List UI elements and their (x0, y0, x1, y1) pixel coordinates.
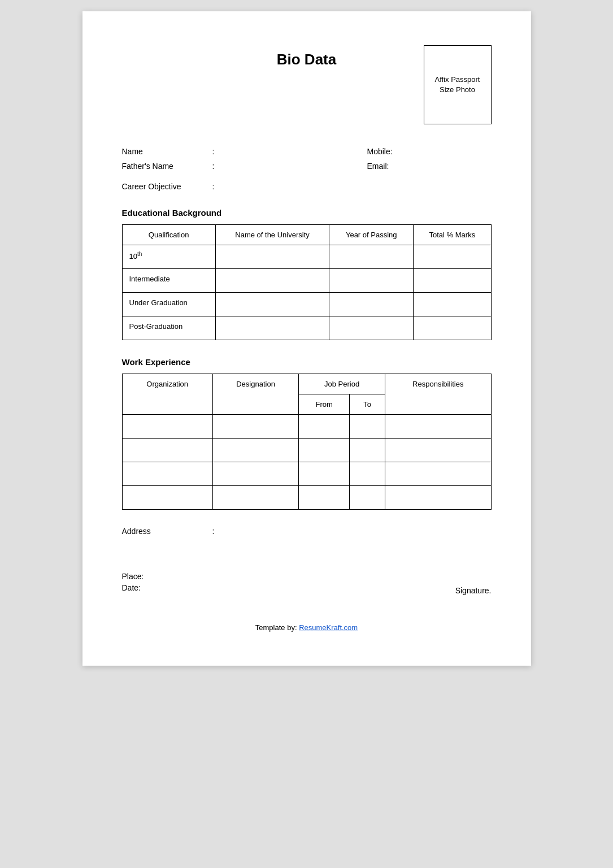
bio-data-page: Bio Data Affix Passport Size Photo Name … (82, 11, 531, 666)
work-col-job-period: Job Period (299, 374, 385, 394)
work-cell (122, 462, 212, 486)
name-mobile-row: Name : Mobile: (122, 147, 492, 156)
title-area: Bio Data (190, 45, 424, 68)
work-cell (299, 486, 350, 510)
edu-col-year: Year of Passing (329, 225, 414, 245)
edu-cell (414, 245, 491, 269)
fathers-email-row: Father's Name : Email: (122, 162, 492, 171)
edu-col-marks: Total % Marks (414, 225, 491, 245)
photo-box-text: Affix Passport Size Photo (429, 75, 486, 95)
edu-col-university: Name of the University (215, 225, 329, 245)
page-title: Bio Data (190, 51, 424, 68)
table-row (122, 439, 491, 462)
edu-cell (215, 316, 329, 340)
edu-row-postgrad: Post-Graduation (122, 316, 215, 340)
table-row (122, 486, 491, 510)
work-cell (299, 439, 350, 462)
edu-row-undergrad: Under Graduation (122, 293, 215, 316)
address-section: Address : (122, 527, 492, 555)
work-col-org: Organization (122, 374, 212, 415)
edu-cell (215, 245, 329, 269)
footer-text: Template by: (255, 623, 299, 632)
edu-cell (329, 269, 414, 293)
work-cell (350, 439, 385, 462)
place-date-area: Place: Date: (122, 572, 492, 594)
edu-cell (414, 316, 491, 340)
name-colon: : (212, 147, 224, 156)
work-title: Work Experience (122, 357, 492, 367)
fathers-name-field: Father's Name : (122, 162, 367, 171)
edu-row-10th: 10th (122, 245, 215, 269)
table-row (122, 462, 491, 486)
edu-cell (329, 316, 414, 340)
date-label: Date: (122, 583, 492, 592)
table-row: Post-Graduation (122, 316, 491, 340)
work-cell (299, 462, 350, 486)
work-cell (122, 415, 212, 439)
address-value (224, 527, 492, 555)
edu-cell (414, 269, 491, 293)
fathers-name-colon: : (212, 162, 224, 171)
work-cell (212, 486, 298, 510)
mobile-label: Mobile: (367, 147, 393, 156)
work-cell (385, 486, 491, 510)
work-cell (212, 439, 298, 462)
signature-label: Signature. (455, 586, 492, 595)
education-section: Educational Background Qualification Nam… (122, 208, 492, 340)
personal-info-section: Name : Mobile: Father's Name : Email: (122, 147, 492, 171)
address-colon: : (212, 527, 224, 536)
bottom-section: Place: Date: Signature. (122, 572, 492, 595)
photo-box: Affix Passport Size Photo (424, 45, 492, 124)
edu-row-intermediate: Intermediate (122, 269, 215, 293)
work-col-responsibilities: Responsibilities (385, 374, 491, 415)
work-cell (212, 462, 298, 486)
place-label: Place: (122, 572, 492, 581)
email-field: Email: (367, 162, 492, 171)
address-label: Address (122, 527, 212, 536)
work-cell (122, 439, 212, 462)
edu-cell (329, 293, 414, 316)
work-cell (212, 415, 298, 439)
header: Bio Data Affix Passport Size Photo (122, 45, 492, 124)
work-col-from: From (299, 394, 350, 415)
work-section: Work Experience Organization Designation… (122, 357, 492, 510)
work-col-to: To (350, 394, 385, 415)
work-cell (350, 486, 385, 510)
table-row: Under Graduation (122, 293, 491, 316)
address-row: Address : (122, 527, 492, 555)
name-label: Name (122, 147, 212, 156)
edu-col-qualification: Qualification (122, 225, 215, 245)
mobile-field: Mobile: (367, 147, 492, 156)
table-row: 10th (122, 245, 491, 269)
work-table: Organization Designation Job Period Resp… (122, 374, 492, 510)
table-row (122, 415, 491, 439)
work-cell (385, 462, 491, 486)
work-header-row: Organization Designation Job Period Resp… (122, 374, 491, 394)
email-label: Email: (367, 162, 389, 171)
education-table: Qualification Name of the University Yea… (122, 224, 492, 340)
work-cell (350, 415, 385, 439)
footer: Template by: ResumeKraft.com (122, 623, 492, 632)
edu-cell (215, 269, 329, 293)
career-objective-row: Career Objective : (122, 182, 492, 191)
fathers-name-label: Father's Name (122, 162, 212, 171)
edu-cell (215, 293, 329, 316)
edu-cell (414, 293, 491, 316)
education-title: Educational Background (122, 208, 492, 218)
career-objective-colon: : (212, 182, 224, 191)
work-cell (350, 462, 385, 486)
work-cell (385, 415, 491, 439)
edu-cell (329, 245, 414, 269)
table-row: Intermediate (122, 269, 491, 293)
career-objective-label: Career Objective (122, 182, 212, 191)
work-col-designation: Designation (212, 374, 298, 415)
edu-header-row: Qualification Name of the University Yea… (122, 225, 491, 245)
work-cell (299, 415, 350, 439)
name-field: Name : (122, 147, 367, 156)
work-cell (122, 486, 212, 510)
footer-link[interactable]: ResumeKraft.com (299, 623, 358, 632)
work-cell (385, 439, 491, 462)
superscript-th: th (137, 251, 142, 257)
